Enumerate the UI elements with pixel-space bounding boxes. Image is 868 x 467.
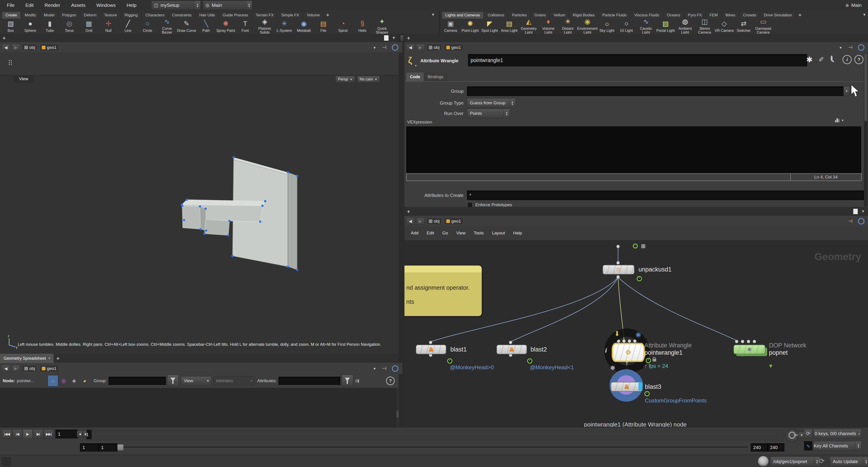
gs-view-dropdown[interactable]: View▼ [181, 376, 211, 385]
shelf-tool-path[interactable]: ╲Path [196, 20, 216, 32]
shelf-tab-particle-fluids[interactable]: Particle Fluids [599, 11, 630, 19]
shelf-tab-lights-and-cameras[interactable]: Lights and Cameras [442, 11, 484, 19]
gs-group-filter-button[interactable] [167, 375, 179, 387]
gs-group-input[interactable] [108, 377, 166, 385]
shelf-tab-wires[interactable]: Wires [722, 11, 739, 19]
shelf-tool-ambient-light[interactable]: ◍Ambient Light [675, 18, 695, 34]
attribs-input[interactable]: * [467, 191, 864, 200]
shelf-tool-caustic-light[interactable]: ∿Caustic Light [636, 18, 656, 34]
param-breadcrumb-obj[interactable]: obj [426, 44, 442, 51]
gs-help-button[interactable]: ? [386, 377, 395, 385]
shelf-tool-circle[interactable]: ○Circle [138, 20, 157, 32]
step-back-button[interactable]: ◀| [77, 431, 83, 437]
shelf-tool-box[interactable]: ▧Box [1, 20, 21, 32]
shelf-tool-line[interactable]: ╱Line [118, 20, 138, 32]
shelf-tool-quick-shapes[interactable]: ✦Quick Shapes [372, 18, 392, 34]
channels-refresh-icon[interactable]: ⟳ [804, 429, 812, 438]
shelf-tab-rigid-bodies[interactable]: Rigid Bodies [569, 11, 598, 19]
shelf-tool-area-light[interactable]: ▤Area Light [499, 20, 519, 32]
run-over-spinner[interactable]: ▲▼ [503, 109, 510, 118]
desktop-spinner[interactable]: ▲▼ [194, 1, 200, 9]
keys-info-box[interactable]: 0 keys, 0/0 channels▲ [813, 429, 862, 438]
shelf-right-menu-arrow[interactable]: ▼ [863, 13, 866, 17]
shelf-tab-constraints[interactable]: Constraints [168, 11, 195, 19]
group-type-dropdown[interactable]: Guess from Group▲▼ [467, 98, 516, 108]
toolbar-grip-icon[interactable]: ⠿ [8, 59, 13, 67]
gs-add-tab-button[interactable]: + [54, 354, 62, 362]
gs-attr-filter-button[interactable] [342, 375, 353, 387]
shelf-tool-platonic-solids[interactable]: ◈Platonic Solids [255, 18, 275, 34]
back-button[interactable]: ◀ [2, 44, 10, 51]
shelf-tool-gamepad-camera[interactable]: ▭Gamepad Camera [753, 18, 773, 34]
param-scrollbar[interactable] [864, 53, 868, 206]
shelf-tab-guide-process[interactable]: Guide Process [219, 11, 252, 19]
timeline-ruler[interactable]: 1 [86, 429, 783, 440]
ring-info-icon[interactable]: i [605, 347, 607, 354]
shelf-tool-switcher[interactable]: ⇄Switcher [734, 20, 753, 32]
shelf-tool-spray-paint[interactable]: ✺Spray Paint [216, 20, 236, 32]
node-blast1[interactable] [416, 345, 446, 354]
ring-freeze-icon[interactable]: ❄ [610, 364, 615, 372]
range-end-field[interactable]: 240 [751, 443, 768, 451]
network-back-button[interactable]: ◀ [406, 217, 414, 225]
gs-table-scrollbar[interactable] [396, 388, 399, 427]
shelf-tool-metaball[interactable]: ◉Metaball [294, 20, 314, 32]
current-frame-field[interactable]: 1 [56, 430, 78, 438]
shelf-tab-simple-fx[interactable]: Simple FX [278, 11, 303, 19]
shelf-tool-spot-light[interactable]: ◤Spot Light [480, 20, 499, 32]
shelf-tool-font[interactable]: TFont [236, 20, 255, 32]
shelf-tab-modify[interactable]: Modify [21, 11, 40, 19]
network-menu-edit[interactable]: Edit [423, 226, 438, 240]
vex-menu-arrow[interactable]: ▼ [841, 119, 844, 122]
network-pin-icon[interactable]: ⊣ [848, 218, 852, 224]
network-maximize-icon[interactable] [853, 208, 858, 214]
pin-icon[interactable]: ⊣ [382, 45, 386, 51]
gs-pane-tab[interactable]: Geometry Spreadsheet▪ [0, 354, 54, 363]
wrangle-icon-dropdown[interactable]: ▼ [414, 64, 417, 67]
presets-icon[interactable]: ✱ [806, 55, 813, 64]
breadcrumb-geo1[interactable]: geo1 [39, 44, 59, 51]
scene-viewport[interactable]: z y View Persp▼ No cam▼ Left mouse tumbl… [0, 75, 399, 354]
group-type-spinner[interactable]: ▲▼ [509, 98, 515, 108]
gs-tab-close-icon[interactable]: ▪ [49, 356, 50, 360]
network-canvas[interactable]: Geometry nd as [404, 240, 868, 427]
network-forward-button[interactable]: ▶ [416, 217, 425, 225]
scene-spinner[interactable]: ▲▼ [246, 1, 252, 9]
shelf-tool-portal-light[interactable]: ▨Portal Light [656, 20, 675, 32]
key-all-channels-dropdown[interactable]: Key All Channels▲▼ [813, 441, 862, 450]
key-button[interactable] [785, 428, 799, 442]
gs-link-icon[interactable] [392, 366, 398, 372]
shelf-tab-collisions[interactable]: Collisions [484, 11, 508, 19]
param-path-dropdown[interactable]: ▼ [839, 46, 842, 50]
network-link-icon[interactable] [858, 218, 864, 225]
shelf-left-menu-arrow[interactable]: ▼ [431, 13, 435, 17]
desktop-selector[interactable]: ◫ mySetup ▲▼ [151, 1, 200, 10]
left-pane-add-tab-button[interactable]: + [0, 34, 8, 42]
ring-drop-icon[interactable]: ⬇ [614, 330, 620, 338]
shelf-add-tab[interactable]: + [326, 12, 329, 18]
shelf-tab-grains[interactable]: Grains [531, 11, 550, 19]
shelf-tab-oceans[interactable]: Oceans [663, 11, 684, 19]
playhead-marker[interactable]: 1 [86, 430, 92, 439]
shelf-tool-helix[interactable]: §Helix [353, 20, 372, 32]
shelf-tab-model[interactable]: Model [40, 11, 58, 19]
vex-snippet-icon[interactable] [835, 118, 839, 122]
network-menu-arrow[interactable]: ▼ [861, 209, 865, 213]
shelf-tool-volume-light[interactable]: ♦Volume Light [538, 18, 558, 34]
shelf-tab-vellum[interactable]: Vellum [550, 11, 569, 19]
help-button[interactable]: ? [855, 55, 864, 64]
gs-attributes-input[interactable] [279, 377, 340, 385]
memory-brain-icon[interactable] [758, 456, 769, 466]
ring-bypass-icon[interactable]: ● [640, 364, 644, 371]
shelf-tool-sphere[interactable]: ●Sphere [21, 20, 40, 32]
menu-help[interactable]: Help [121, 0, 142, 10]
menu-render[interactable]: Render [39, 0, 66, 10]
forward-button[interactable]: ▶ [12, 44, 20, 51]
shelf-add-tab[interactable]: + [798, 12, 801, 18]
shelf-tab-viscous-fluids[interactable]: Viscous Fluids [630, 11, 662, 19]
camera-selector[interactable]: No cam▼ [357, 76, 380, 83]
pane-splitter[interactable] [399, 34, 405, 455]
run-over-dropdown[interactable]: Points▲▼ [467, 109, 510, 118]
shelf-tool-tube[interactable]: ▮Tube [40, 20, 60, 32]
motionfx-icon[interactable]: ∿ [804, 441, 812, 450]
